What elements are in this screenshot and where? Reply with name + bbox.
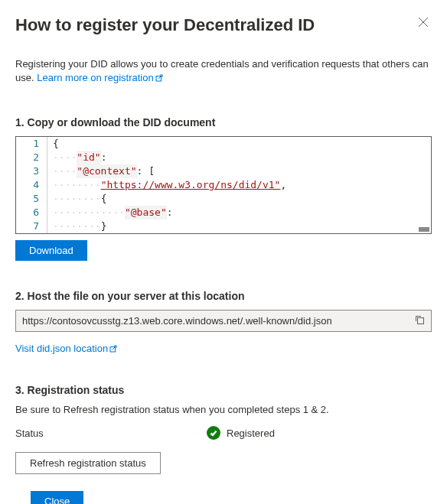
step3-description: Be sure to Refresh registration status w… <box>15 404 432 415</box>
step1-heading: 1. Copy or download the DID document <box>15 116 432 128</box>
code-string: "https://www.w3.org/ns/did/v1" <box>101 178 281 192</box>
code-brace: { <box>53 137 59 151</box>
external-link-icon <box>155 72 163 86</box>
copy-icon <box>414 314 425 327</box>
step3-heading: 3. Registration status <box>15 384 432 396</box>
learn-more-link[interactable]: Learn more on registration <box>37 72 162 83</box>
external-link-icon <box>109 343 117 355</box>
svg-line-6 <box>113 346 116 350</box>
host-url-input[interactable] <box>16 311 408 331</box>
code-prop: "@context" <box>77 164 136 178</box>
close-button[interactable]: Close <box>31 491 83 504</box>
intro-text: Registering your DID allows you to creat… <box>15 57 432 86</box>
svg-line-3 <box>158 75 162 79</box>
visit-did-link[interactable]: Visit did.json location <box>15 343 117 355</box>
host-url-field <box>15 310 432 332</box>
refresh-status-button[interactable]: Refresh registration status <box>15 452 161 474</box>
check-icon <box>207 426 220 440</box>
code-prop: "@base" <box>125 206 167 219</box>
svg-rect-4 <box>418 318 424 324</box>
status-value: Registered <box>227 428 275 439</box>
scrollbar-thumb[interactable] <box>419 227 429 232</box>
copy-button[interactable] <box>408 311 431 331</box>
close-icon[interactable] <box>415 15 432 31</box>
page-title: How to register your Decentralized ID <box>15 15 315 35</box>
code-brace: { <box>101 192 107 206</box>
code-punc: : [ <box>137 164 155 178</box>
status-label: Status <box>15 428 207 439</box>
code-punc: : <box>167 206 173 219</box>
download-button[interactable]: Download <box>15 240 87 261</box>
code-punc: , <box>280 178 286 192</box>
code-punc: : <box>101 151 107 164</box>
did-document-code[interactable]: 1{ 2····"id": 3····"@context": [ 4······… <box>15 136 432 234</box>
code-brace: } <box>101 219 107 233</box>
code-prop: "id" <box>77 151 100 164</box>
step2-heading: 2. Host the file on your server at this … <box>15 290 432 302</box>
